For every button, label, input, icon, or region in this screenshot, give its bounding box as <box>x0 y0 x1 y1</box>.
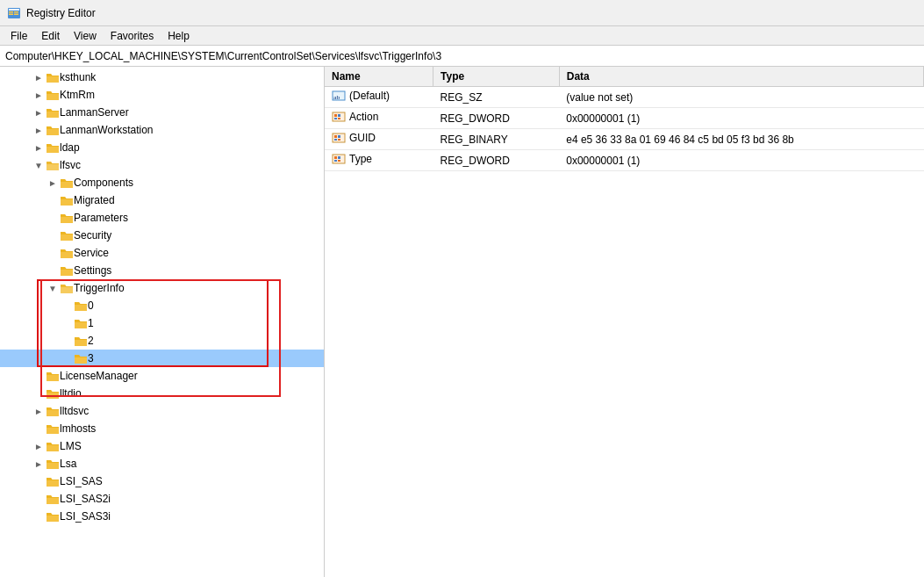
svg-rect-10 <box>338 114 340 117</box>
row-name: ab (Default) <box>325 87 433 108</box>
tree-item-ti2[interactable]: ► 2 <box>0 332 324 350</box>
label-ti3: 3 <box>88 352 94 364</box>
tree-item-ldap[interactable]: ► ldap <box>0 139 324 156</box>
tree-item-lsi-sas3i[interactable]: ► LSI_SAS3i <box>0 508 324 525</box>
menu-edit[interactable]: Edit <box>34 28 67 44</box>
folder-icon-components <box>60 177 74 189</box>
svg-rect-2 <box>9 11 13 13</box>
folder-icon-security <box>60 229 74 242</box>
folder-icon-lmhosts <box>46 422 60 435</box>
label-lltdsvc: lltdsvc <box>60 405 89 417</box>
svg-rect-19 <box>334 156 337 159</box>
folder-icon-lanmanworkstation <box>46 124 60 136</box>
expander-lfsvc[interactable]: ▼ <box>32 161 46 170</box>
table-row[interactable]: Action REG_DWORD 0x00000001 (1) <box>325 108 924 129</box>
col-data[interactable]: Data <box>559 67 923 87</box>
expander-components[interactable]: ► <box>46 178 60 188</box>
tree-item-lms[interactable]: ► LMS <box>0 437 324 455</box>
registry-table: Name Type Data ab (Default) <box>325 67 924 171</box>
menu-help[interactable]: Help <box>161 28 197 44</box>
svg-rect-9 <box>334 114 337 117</box>
label-triggerinfo: TriggerInfo <box>74 282 125 294</box>
tree-item-security[interactable]: ► Security <box>0 227 324 244</box>
label-lanmanworkstation: LanmanWorkstation <box>60 124 154 136</box>
highlight-box: ▼ TriggerInfo ► 0 ► 1 ► 2 <box>0 279 324 367</box>
tree-item-lsi-sas2i[interactable]: ► LSI_SAS2i <box>0 490 324 508</box>
tree-pane[interactable]: ► ksthunk ► KtmRm ► LanmanServer ► Lanma… <box>0 67 325 577</box>
svg-rect-11 <box>334 118 337 119</box>
tree-item-migrated[interactable]: ► Migrated <box>0 191 324 209</box>
tree-item-triggerinfo[interactable]: ▼ TriggerInfo <box>0 279 324 297</box>
label-ksthunk: ksthunk <box>60 71 96 83</box>
table-row[interactable]: GUID REG_BINARY e4 e5 36 33 8a 01 69 46 … <box>325 129 924 150</box>
folder-icon-lltdio <box>46 387 60 400</box>
svg-rect-5 <box>14 13 18 15</box>
menu-favorites[interactable]: Favorites <box>104 28 161 44</box>
label-lanmanserver: LanmanServer <box>60 106 129 119</box>
table-row[interactable]: ab (Default) REG_SZ (value not set) <box>325 87 924 108</box>
tree-item-parameters[interactable]: ► Parameters <box>0 209 324 227</box>
svg-rect-16 <box>334 139 337 141</box>
tree-item-ktmrm[interactable]: ► KtmRm <box>0 86 324 104</box>
folder-icon-ldap <box>46 141 60 154</box>
label-service: Service <box>74 247 109 259</box>
tree-item-components[interactable]: ► Components <box>0 174 324 191</box>
svg-rect-3 <box>9 13 13 15</box>
menu-view[interactable]: View <box>67 28 104 44</box>
label-lsi-sas2i: LSI_SAS2i <box>60 493 111 505</box>
right-pane[interactable]: Name Type Data ab (Default) <box>325 67 924 577</box>
tree-item-licensemanager[interactable]: ► LicenseManager <box>0 367 324 385</box>
label-ktmrm: KtmRm <box>60 89 95 101</box>
expander-lms[interactable]: ► <box>32 442 46 451</box>
folder-icon-lsa <box>46 458 60 470</box>
tree-item-ti0[interactable]: ► 0 <box>0 297 324 314</box>
col-type[interactable]: Type <box>433 67 560 87</box>
menu-file[interactable]: File <box>4 28 34 44</box>
label-lmhosts: lmhosts <box>60 422 96 435</box>
svg-rect-12 <box>338 118 340 119</box>
tree-item-ksthunk[interactable]: ► ksthunk <box>0 69 324 86</box>
svg-rect-17 <box>338 139 340 141</box>
tree-item-lfsvc[interactable]: ▼ lfsvc <box>0 156 324 174</box>
expander-triggerinfo[interactable]: ▼ <box>46 284 60 293</box>
tree-item-lltdsvc[interactable]: ► lltdsvc <box>0 402 324 420</box>
folder-icon-licensemanager <box>46 370 60 382</box>
expander-lanmanserver[interactable]: ► <box>32 108 46 118</box>
folder-icon-migrated <box>60 194 74 206</box>
expander-lsa[interactable]: ► <box>32 459 46 469</box>
row-type: REG_DWORD <box>433 150 560 171</box>
label-lms: LMS <box>60 440 82 452</box>
expander-ksthunk[interactable]: ► <box>32 73 46 83</box>
folder-icon-lanmanserver <box>46 106 60 119</box>
folder-icon-settings <box>60 264 74 277</box>
expander-lanmanworkstation[interactable]: ► <box>32 126 46 135</box>
tree-item-settings[interactable]: ► Settings <box>0 262 324 279</box>
tree-item-lmhosts[interactable]: ► lmhosts <box>0 420 324 437</box>
folder-icon-lsi-sas2i <box>46 493 60 505</box>
tree-item-service[interactable]: ► Service <box>0 244 324 262</box>
folder-icon-lfsvc <box>46 159 60 171</box>
tree-item-lltdio[interactable]: ► lltdio <box>0 385 324 402</box>
col-name[interactable]: Name <box>325 67 433 87</box>
app-title: Registry Editor <box>26 7 96 19</box>
expander-ktmrm[interactable]: ► <box>32 90 46 100</box>
registry-editor-icon <box>7 6 21 20</box>
tree-item-ti1[interactable]: ► 1 <box>0 314 324 332</box>
tree-item-lsi-sas[interactable]: ► LSI_SAS <box>0 472 324 490</box>
folder-icon-ti0 <box>74 299 88 312</box>
svg-rect-14 <box>334 135 337 138</box>
label-settings: Settings <box>74 264 111 277</box>
label-components: Components <box>74 177 133 189</box>
svg-rect-1 <box>9 9 19 11</box>
tree-item-lanmanserver[interactable]: ► LanmanServer <box>0 104 324 121</box>
tree-item-lanmanworkstation[interactable]: ► LanmanWorkstation <box>0 121 324 139</box>
table-row[interactable]: Type REG_DWORD 0x00000001 (1) <box>325 150 924 171</box>
label-parameters: Parameters <box>74 212 128 224</box>
expander-lltdsvc[interactable]: ► <box>32 407 46 416</box>
tree-item-ti3[interactable]: ► 3 <box>0 350 324 367</box>
tree-item-lsa[interactable]: ► Lsa <box>0 455 324 472</box>
row-type: REG_SZ <box>433 87 560 108</box>
expander-ldap[interactable]: ► <box>32 143 46 153</box>
folder-icon-triggerinfo <box>60 282 74 294</box>
folder-icon-ti2 <box>74 335 88 347</box>
